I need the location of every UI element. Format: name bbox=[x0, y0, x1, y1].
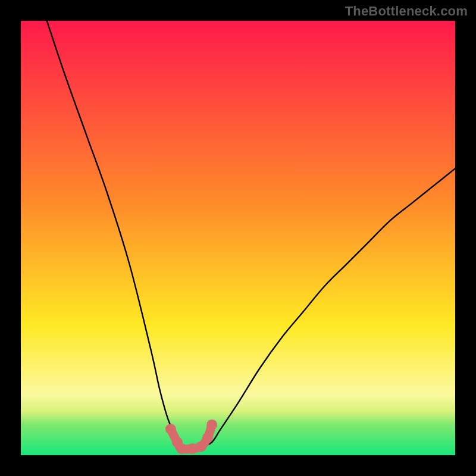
valley-marker-dot bbox=[196, 441, 206, 452]
valley-marker-dot bbox=[176, 443, 187, 454]
curve-layer bbox=[21, 21, 455, 455]
valley-marker-dot bbox=[165, 424, 176, 434]
plot-area bbox=[21, 21, 455, 455]
outer-frame: TheBottleneck.com bbox=[0, 0, 476, 476]
valley-marker-dot bbox=[202, 433, 213, 443]
watermark-text: TheBottleneck.com bbox=[345, 4, 468, 19]
bottleneck-curve bbox=[47, 21, 455, 451]
valley-marker-dot bbox=[206, 419, 217, 430]
